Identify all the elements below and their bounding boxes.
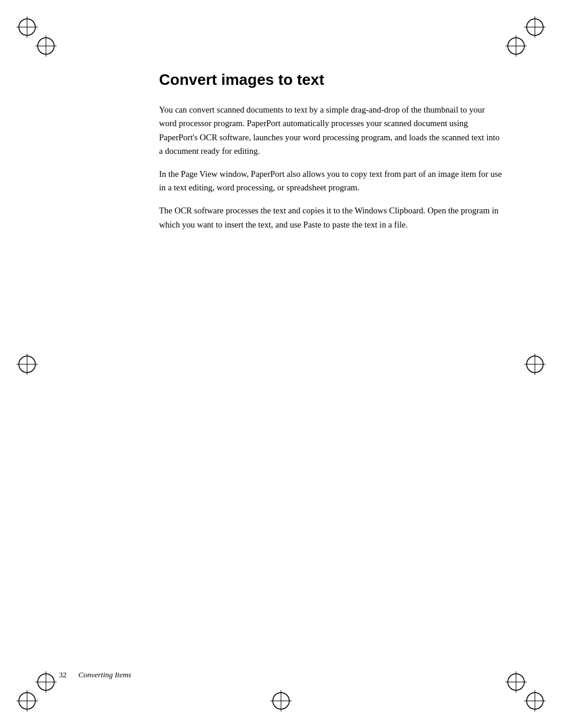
reg-mark-tr-inner — [505, 35, 527, 57]
content-area: Convert images to text You can convert s… — [159, 71, 503, 651]
footer: 32 Converting Items — [59, 670, 503, 680]
reg-mark-tl-inner — [35, 35, 57, 57]
paragraph-1: You can convert scanned documents to tex… — [159, 103, 503, 158]
reg-mark-tl-outer — [16, 17, 38, 38]
chapter-title: Convert images to text — [159, 71, 503, 89]
reg-mark-br-inner — [505, 671, 527, 693]
reg-mark-bl-outer — [16, 690, 38, 711]
reg-mark-tr-outer — [524, 17, 546, 38]
page-number: 32 — [59, 670, 67, 680]
paragraph-3: The OCR software processes the text and … — [159, 204, 503, 231]
reg-mark-bl-inner — [35, 671, 57, 693]
reg-mark-bc — [270, 690, 292, 711]
reg-mark-mr — [524, 354, 546, 375]
border-bottom — [0, 1, 562, 1]
reg-mark-ml — [16, 354, 38, 375]
page: Convert images to text You can convert s… — [0, 0, 562, 728]
paragraph-2: In the Page View window, PaperPort also … — [159, 167, 503, 195]
reg-mark-br-outer — [524, 690, 546, 711]
chapter-label: Converting Items — [78, 670, 131, 680]
